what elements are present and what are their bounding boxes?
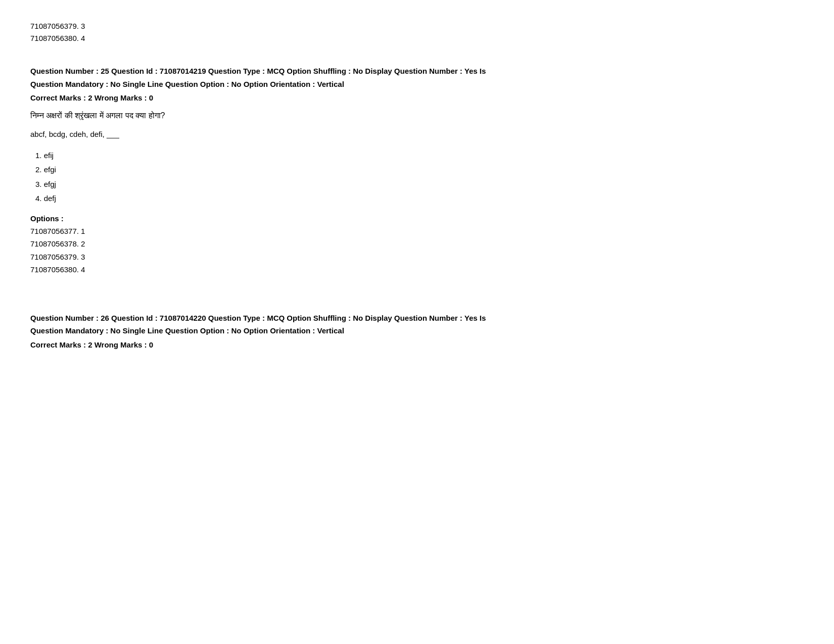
question-25-option-id-2: 71087056378. 2 [30,237,804,251]
question-25-option-ids: 71087056377. 171087056378. 271087056379.… [30,225,804,276]
question-25-text: निम्न अक्षरों की श्रृंखला में अगला पद क्… [30,109,804,122]
question-25-header-line1: Question Number : 25 Question Id : 71087… [30,65,804,78]
question-25-options-list: 1. efij2. efgi3. efgj4. defj [30,148,804,206]
question-25-options-label: Options : [30,214,804,223]
question-25-option-2: 2. efgi [35,163,804,177]
question-25-option-4: 4. defj [35,191,804,206]
question-25-option-id-1: 71087056377. 1 [30,225,804,238]
top-option-line-1: 71087056379. 3 [30,20,804,32]
question-25-option-id-3: 71087056379. 3 [30,251,804,264]
question-25-block: Question Number : 25 Question Id : 71087… [30,65,804,276]
top-options-section: 71087056379. 3 71087056380. 4 [30,20,804,44]
question-26-block: Question Number : 26 Question Id : 71087… [30,312,804,349]
question-25-marks: Correct Marks : 2 Wrong Marks : 0 [30,93,804,102]
question-26-header: Question Number : 26 Question Id : 71087… [30,312,804,337]
question-25-subtext: abcf, bcdg, cdeh, defi, ___ [30,128,804,140]
top-option-line-2: 71087056380. 4 [30,32,804,44]
question-26-marks: Correct Marks : 2 Wrong Marks : 0 [30,340,804,349]
question-26-header-line2: Question Mandatory : No Single Line Ques… [30,324,804,337]
question-25-header-line2: Question Mandatory : No Single Line Ques… [30,78,804,91]
question-25-option-1: 1. efij [35,148,804,163]
question-25-option-3: 3. efgj [35,177,804,192]
question-25-header: Question Number : 25 Question Id : 71087… [30,65,804,90]
question-25-option-id-4: 71087056380. 4 [30,263,804,276]
question-26-header-line1: Question Number : 26 Question Id : 71087… [30,312,804,325]
